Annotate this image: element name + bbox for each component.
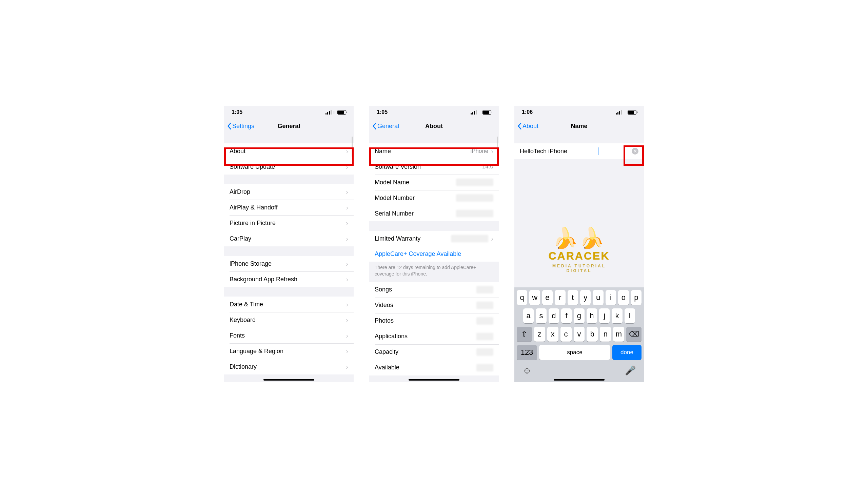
row-serial[interactable]: Serial Number xyxy=(369,206,499,221)
key-e[interactable]: e xyxy=(542,290,553,305)
battery-icon xyxy=(482,110,491,115)
key-space[interactable]: space xyxy=(539,345,610,360)
battery-icon xyxy=(628,110,636,115)
back-button[interactable]: About xyxy=(514,122,538,130)
key-q[interactable]: q xyxy=(517,290,527,305)
status-icons: 􀙇 xyxy=(616,109,636,115)
group-airdrop: AirDrop› AirPlay & Handoff› Picture in P… xyxy=(224,184,354,246)
back-label: General xyxy=(377,123,399,130)
redacted-value xyxy=(476,333,493,340)
key-k[interactable]: k xyxy=(612,308,622,323)
key-a[interactable]: a xyxy=(523,308,534,323)
redacted-value xyxy=(476,317,493,325)
row-model-name[interactable]: Model Name xyxy=(369,175,499,190)
clear-icon[interactable]: ✕ xyxy=(632,148,638,155)
phone-about: 1:05 􀙇 General About Name iPhone › xyxy=(369,106,499,382)
row-label: Capacity xyxy=(375,348,398,355)
key-n[interactable]: n xyxy=(600,327,611,342)
group-locale: Date & Time› Keyboard› Fonts› Language &… xyxy=(224,297,354,374)
row-songs[interactable]: Songs xyxy=(369,282,499,298)
row-label: Software Update xyxy=(230,163,275,170)
key-w[interactable]: w xyxy=(529,290,540,305)
chevron-left-icon xyxy=(227,122,232,130)
key-t[interactable]: t xyxy=(568,290,578,305)
scrollbar[interactable] xyxy=(497,137,498,157)
row-datetime[interactable]: Date & Time› xyxy=(224,297,354,312)
back-button[interactable]: Settings xyxy=(224,122,254,130)
row-applecare[interactable]: AppleCare+ Coverage Available xyxy=(369,246,499,262)
key-x[interactable]: x xyxy=(547,327,558,342)
key-backspace[interactable]: ⌫ xyxy=(626,327,642,342)
chevron-right-icon: › xyxy=(346,188,348,196)
row-sw-version[interactable]: Software Version 14.0 xyxy=(369,159,499,175)
key-m[interactable]: m xyxy=(613,327,624,342)
scrollbar[interactable] xyxy=(352,137,353,157)
key-b[interactable]: b xyxy=(587,327,598,342)
key-123[interactable]: 123 xyxy=(517,345,537,360)
mic-icon[interactable]: 🎤 xyxy=(625,365,636,376)
group-media: Songs Videos Photos Applications Capacit… xyxy=(369,282,499,375)
row-apps[interactable]: Applications xyxy=(369,329,499,344)
cellular-icon xyxy=(326,110,332,115)
key-v[interactable]: v xyxy=(574,327,585,342)
row-dictionary[interactable]: Dictionary› xyxy=(224,359,354,374)
key-c[interactable]: c xyxy=(560,327,572,342)
redacted-value xyxy=(476,364,493,371)
row-capacity[interactable]: Capacity xyxy=(369,344,499,360)
chevron-right-icon: › xyxy=(346,301,348,308)
key-row-1: q w e r t y u i o p xyxy=(516,290,643,305)
emoji-icon[interactable]: ☺ xyxy=(522,365,532,376)
key-f[interactable]: f xyxy=(561,308,572,323)
row-language[interactable]: Language & Region› xyxy=(224,343,354,359)
key-j[interactable]: j xyxy=(599,308,610,323)
back-button[interactable]: General xyxy=(369,122,399,130)
name-input[interactable] xyxy=(520,148,598,155)
home-indicator[interactable] xyxy=(409,379,459,381)
row-warranty[interactable]: Limited Warranty › xyxy=(369,231,499,246)
row-photos[interactable]: Photos xyxy=(369,313,499,329)
key-l[interactable]: l xyxy=(625,308,635,323)
row-label: Keyboard xyxy=(230,317,256,324)
key-o[interactable]: o xyxy=(618,290,629,305)
row-label: Picture in Picture xyxy=(230,220,276,227)
row-airplay[interactable]: AirPlay & Handoff› xyxy=(224,200,354,215)
key-s[interactable]: s xyxy=(536,308,546,323)
key-d[interactable]: d xyxy=(549,308,559,323)
row-available[interactable]: Available xyxy=(369,360,499,375)
key-h[interactable]: h xyxy=(587,308,597,323)
key-shift[interactable]: ⇧ xyxy=(517,327,532,342)
row-keyboard[interactable]: Keyboard› xyxy=(224,312,354,328)
home-indicator[interactable] xyxy=(263,379,314,381)
home-indicator[interactable] xyxy=(554,379,605,381)
row-bg-refresh[interactable]: Background App Refresh› xyxy=(224,271,354,287)
row-storage[interactable]: iPhone Storage› xyxy=(224,256,354,271)
row-videos[interactable]: Videos xyxy=(369,298,499,313)
key-i[interactable]: i xyxy=(606,290,616,305)
key-p[interactable]: p xyxy=(631,290,642,305)
row-fonts[interactable]: Fonts› xyxy=(224,328,354,343)
key-g[interactable]: g xyxy=(574,308,584,323)
nav-bar: Settings General xyxy=(224,118,354,134)
row-model-number[interactable]: Model Number xyxy=(369,190,499,206)
wifi-icon: 􀙇 xyxy=(624,109,626,115)
row-airdrop[interactable]: AirDrop› xyxy=(224,184,354,200)
row-carplay[interactable]: CarPlay› xyxy=(224,231,354,246)
row-software-update[interactable]: Software Update › xyxy=(224,159,354,175)
key-r[interactable]: r xyxy=(555,290,565,305)
row-name[interactable]: Name iPhone › xyxy=(369,143,499,159)
chevron-right-icon: › xyxy=(346,219,348,227)
keyboard: q w e r t y u i o p a s d f g h j k l xyxy=(514,287,644,382)
row-about[interactable]: About › xyxy=(224,143,354,159)
key-y[interactable]: y xyxy=(580,290,591,305)
row-label: Model Number xyxy=(375,195,415,202)
key-done[interactable]: done xyxy=(612,345,642,360)
chevron-right-icon: › xyxy=(491,235,493,243)
key-z[interactable]: z xyxy=(534,327,545,342)
key-u[interactable]: u xyxy=(593,290,603,305)
row-label: Serial Number xyxy=(375,210,414,217)
chevron-right-icon: › xyxy=(346,363,348,371)
row-pip[interactable]: Picture in Picture› xyxy=(224,215,354,231)
chevron-right-icon: › xyxy=(346,276,348,283)
name-input-row[interactable]: ✕ xyxy=(514,143,644,159)
status-bar: 1:06 􀙇 xyxy=(514,106,644,118)
